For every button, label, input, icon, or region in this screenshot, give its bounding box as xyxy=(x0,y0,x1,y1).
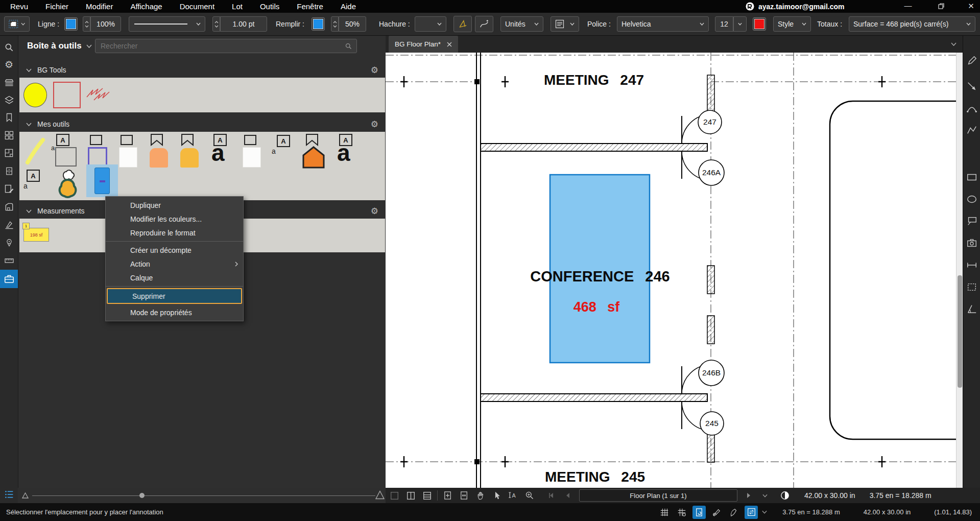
tool-text-note[interactable]: A a xyxy=(270,134,296,167)
line-width-stepper[interactable] xyxy=(212,16,220,32)
tool-text-callout-1[interactable]: A a xyxy=(51,134,81,167)
font-size-value[interactable]: 12 xyxy=(715,16,733,32)
menu-modifier[interactable]: Modifier xyxy=(86,2,113,11)
font-color-swatch[interactable] xyxy=(753,17,766,31)
line-style-dropdown[interactable] xyxy=(129,16,205,32)
split-horizontal-icon[interactable] xyxy=(420,490,434,501)
tool-purple-rectangle[interactable] xyxy=(84,134,110,167)
tool-highlighter[interactable] xyxy=(23,136,46,165)
zoom-tool-icon[interactable] xyxy=(523,490,536,501)
menu-item-mode-proprietes[interactable]: Mode de propriétés xyxy=(106,305,243,319)
menu-item-modifier-couleurs[interactable]: Modifier les couleurs... xyxy=(106,212,243,226)
thumbnails-icon[interactable] xyxy=(3,129,15,141)
snap-to-content-icon[interactable] xyxy=(692,506,706,519)
tab-bg-floor-plan[interactable]: BG Floor Plan* xyxy=(389,36,458,53)
account-email[interactable]: ayaz.taimoor@gmail.com xyxy=(758,3,844,11)
length-measurement-icon[interactable] xyxy=(966,259,977,271)
tool-orange-house[interactable] xyxy=(299,134,328,167)
section-gear-icon[interactable]: ⚙ xyxy=(371,206,378,217)
snap-grid-icon[interactable] xyxy=(675,506,688,519)
menu-outils[interactable]: Outils xyxy=(260,2,279,11)
calibrate-icon[interactable] xyxy=(3,218,15,231)
properties-icon[interactable] xyxy=(3,200,15,213)
style-dropdown[interactable]: Style xyxy=(773,16,811,32)
select-cursor-icon[interactable] xyxy=(490,490,504,501)
tool-text-note-2[interactable]: A a xyxy=(23,169,50,199)
tool-area-measurement[interactable]: 1 198 sf xyxy=(23,228,49,242)
drawing-canvas[interactable]: MEETING 247 CONFERENCE 246 468 sf MEETIN… xyxy=(386,53,956,488)
markups-list-icon[interactable] xyxy=(3,182,15,195)
angle-measurement-icon[interactable] xyxy=(966,303,977,315)
tool-orange-space[interactable] xyxy=(145,134,172,167)
spaces-icon[interactable] xyxy=(3,147,15,159)
fill-opacity-stepper[interactable] xyxy=(331,16,339,32)
tool-yellow-ellipse[interactable] xyxy=(23,83,47,107)
prev-page-icon[interactable] xyxy=(561,490,575,501)
single-page-view-icon[interactable] xyxy=(388,490,401,501)
toolbox-tab-active[interactable] xyxy=(0,270,18,288)
fill-color-swatch[interactable] xyxy=(312,17,325,31)
section-gear-icon[interactable]: ⚙ xyxy=(371,119,378,130)
units-dropdown[interactable]: Unités xyxy=(500,16,543,32)
section-mes-outils[interactable]: Mes outils ⚙ xyxy=(18,116,386,132)
menu-affichage[interactable]: Affichage xyxy=(130,2,162,11)
rectangle-tool-icon[interactable] xyxy=(966,172,977,183)
tool-cloud-blob[interactable] xyxy=(53,168,83,199)
file-cabinet-icon[interactable] xyxy=(3,164,15,177)
canvas-vertical-scrollbar[interactable] xyxy=(956,53,963,488)
caption-style-dropdown[interactable] xyxy=(551,16,579,32)
sync-chevron-icon[interactable] xyxy=(762,510,767,514)
panel-title-row[interactable]: Boîte à outils xyxy=(27,41,92,51)
area-measurement-icon[interactable] xyxy=(966,281,977,293)
scrollbar-thumb[interactable] xyxy=(958,275,962,388)
pen-input-icon[interactable] xyxy=(727,506,740,519)
pan-hand-icon[interactable] xyxy=(474,490,487,501)
menu-item-dupliquer[interactable]: Dupliquer xyxy=(106,198,243,212)
tab-list-chevron-icon[interactable] xyxy=(951,42,957,46)
snapshot-tool-icon[interactable] xyxy=(966,238,977,249)
tab-close-icon[interactable] xyxy=(447,42,452,47)
restore-button[interactable] xyxy=(931,0,951,13)
callout-tool-icon[interactable] xyxy=(966,216,977,227)
page-list-chevron-icon[interactable] xyxy=(758,490,772,501)
line-width-value[interactable]: 1.00 pt xyxy=(220,16,267,32)
menu-item-calque[interactable]: Calque xyxy=(106,271,243,285)
menu-document[interactable]: Document xyxy=(180,2,214,11)
layers-icon[interactable] xyxy=(3,93,15,106)
tool-white-rectangle-1[interactable] xyxy=(114,134,141,167)
menu-item-creer-decompte[interactable]: Créer un décompte xyxy=(106,243,243,257)
contrast-icon[interactable] xyxy=(778,490,792,501)
fit-page-icon[interactable] xyxy=(458,490,471,501)
font-family-dropdown[interactable]: Helvetica xyxy=(617,16,709,32)
menu-fichier[interactable]: Fichier xyxy=(45,2,68,11)
page-navigation-field[interactable]: Floor Plan (1 sur 1) xyxy=(579,489,737,502)
line-opacity-value[interactable]: 100% xyxy=(90,16,121,32)
arc-tool-icon[interactable] xyxy=(966,103,977,114)
tool-text-a-2[interactable]: A a xyxy=(332,134,361,167)
pen-tool-icon[interactable] xyxy=(966,55,977,66)
settings-gear-icon[interactable]: ⚙ xyxy=(3,58,15,71)
slider-thumb[interactable] xyxy=(139,493,145,498)
bookmarks-icon[interactable] xyxy=(3,111,15,124)
polyline-tool-icon[interactable] xyxy=(966,125,977,136)
font-size-dropdown[interactable] xyxy=(733,16,747,32)
tool-door-selected[interactable] xyxy=(86,164,118,197)
snap-markup-icon[interactable] xyxy=(710,506,723,519)
tool-white-rectangle-2[interactable] xyxy=(238,134,265,167)
menu-fenetre[interactable]: Fenêtre xyxy=(297,2,323,11)
panel-menu-icon[interactable] xyxy=(3,488,15,501)
fill-opacity-value[interactable]: 50% xyxy=(339,16,366,32)
scale-tool-button[interactable] xyxy=(453,16,472,32)
sync-views-icon[interactable] xyxy=(745,506,758,519)
file-access-icon[interactable] xyxy=(3,76,15,88)
menu-item-action[interactable]: Action xyxy=(106,257,243,271)
tool-red-rectangle[interactable] xyxy=(53,82,81,108)
menu-aide[interactable]: Aide xyxy=(341,2,356,11)
minimize-button[interactable]: — xyxy=(898,0,918,13)
tool-red-squiggle[interactable] xyxy=(86,86,112,102)
slider-track[interactable] xyxy=(32,495,375,496)
menu-lot[interactable]: Lot xyxy=(232,2,243,11)
section-bg-tools[interactable]: BG Tools ⚙ xyxy=(18,62,386,78)
tool-text-a-1[interactable]: A a xyxy=(206,134,235,167)
hatch-dropdown[interactable] xyxy=(415,16,446,32)
